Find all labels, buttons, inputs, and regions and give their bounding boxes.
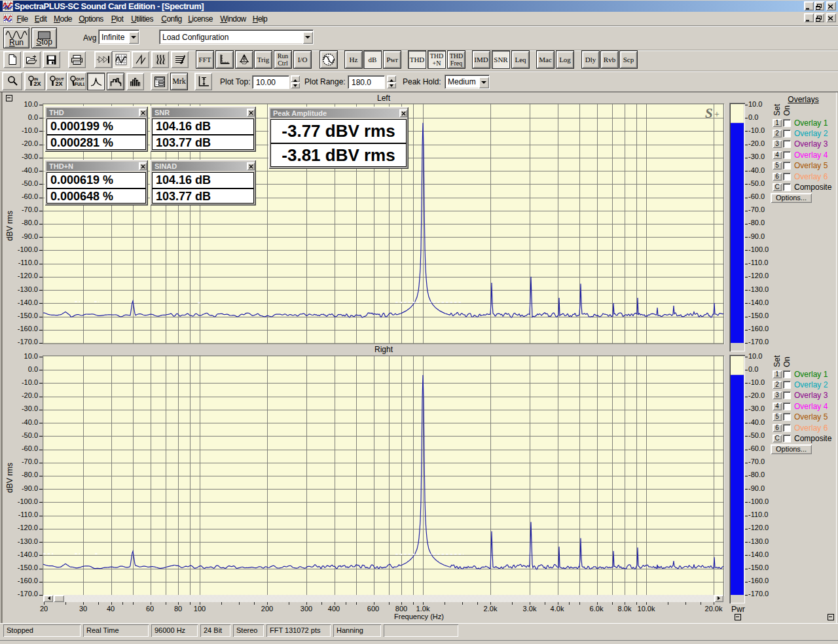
svg-text:FULL: FULL [75, 81, 84, 86]
svg-text:2X: 2X [34, 80, 41, 87]
svg-text:On: On [782, 105, 792, 116]
svg-text:S: S [705, 105, 713, 121]
svg-text:2X: 2X [55, 80, 62, 87]
svg-text:OUT: OUT [76, 77, 84, 80]
svg-text:+: + [714, 109, 720, 119]
svg-text:Set: Set [773, 103, 782, 116]
svg-text:On: On [782, 357, 792, 367]
svg-text:SC: SC [5, 6, 10, 11]
svg-text:Set: Set [773, 355, 782, 367]
